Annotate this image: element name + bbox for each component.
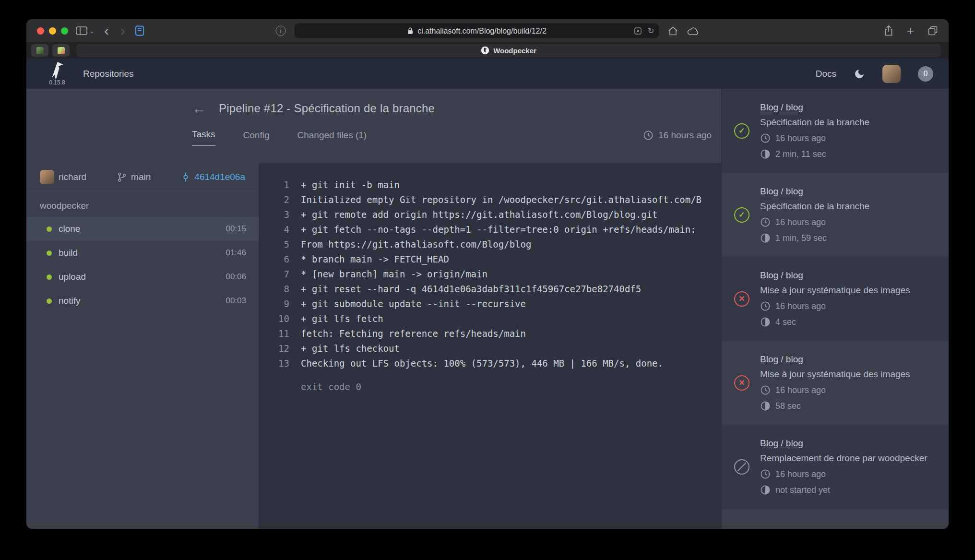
- new-tab-button[interactable]: +: [907, 24, 914, 37]
- log-line: 3 + git remote add origin https://git.at…: [259, 207, 721, 222]
- commit-message: Spécification de la branche: [760, 117, 937, 128]
- branch-name: main: [131, 172, 151, 182]
- notifications-badge[interactable]: 0: [918, 66, 933, 82]
- feed-entry[interactable]: ✓ ✕ Blog / blog Spécification de la bran…: [722, 89, 949, 173]
- commit-message: Mise à jour systématique des images: [760, 285, 937, 296]
- author-name: richard: [59, 172, 86, 182]
- repo-link[interactable]: Blog / blog: [760, 102, 803, 113]
- entry-duration-text: not started yet: [775, 485, 830, 495]
- chevron-down-icon[interactable]: ⌄: [89, 27, 95, 35]
- log-line-number[interactable]: 11: [259, 326, 289, 341]
- repositories-link[interactable]: Repositories: [83, 69, 134, 79]
- log-line-number[interactable]: 7: [259, 267, 289, 282]
- log-line-number[interactable]: 13: [259, 356, 289, 371]
- duration-icon: [760, 485, 771, 495]
- clock-icon: [760, 469, 771, 479]
- pipeline-header: ← Pipeline #12 - Spécification de la bra…: [26, 89, 721, 163]
- close-window-button[interactable]: [37, 27, 44, 35]
- minimize-window-button[interactable]: [49, 27, 56, 35]
- failure-icon: ✕: [734, 375, 749, 391]
- entry-time: 16 hours ago: [760, 385, 937, 395]
- log-line-number[interactable]: 12: [259, 341, 289, 356]
- zoom-window-button[interactable]: [61, 27, 68, 35]
- task-duration: 00:06: [226, 272, 246, 282]
- commit-sha[interactable]: 4614d1e06a: [194, 172, 245, 182]
- address-bar-actions: ↻: [634, 26, 654, 36]
- log-line: 8 + git reset --hard -q 4614d1e06a3dabf3…: [259, 282, 721, 297]
- task-row[interactable]: notify 00:03: [26, 289, 259, 313]
- commit-link[interactable]: 4614d1e06a: [181, 172, 245, 182]
- sidebar-toggle-button[interactable]: ⌄: [76, 26, 95, 36]
- workflow-name: woodpecker: [26, 191, 259, 217]
- pinned-tab-2[interactable]: [52, 44, 70, 57]
- extensions-icon[interactable]: [634, 27, 642, 35]
- share-button[interactable]: [884, 25, 893, 36]
- task-row[interactable]: clone 00:15: [26, 217, 259, 241]
- feed-entry[interactable]: ✓ ✕ Blog / blog Spécification de la bran…: [722, 173, 949, 257]
- task-duration: 00:15: [226, 224, 246, 234]
- duration-icon: [760, 149, 771, 159]
- entry-duration: 1 min, 59 sec: [760, 233, 937, 243]
- navbar-right: Docs 0: [816, 65, 933, 83]
- back-button[interactable]: ‹: [102, 24, 111, 38]
- theme-toggle-moon-icon[interactable]: [854, 68, 865, 80]
- repo-link[interactable]: Blog / blog: [760, 354, 803, 365]
- log-line-number[interactable]: 10: [259, 311, 289, 326]
- feed-entry[interactable]: ✓ ✕ Blog / blog Remplacement de drone pa…: [722, 425, 949, 509]
- feed-entry-body: Blog / blog Mise à jour systématique des…: [760, 270, 937, 327]
- docs-link[interactable]: Docs: [816, 69, 836, 79]
- task-panel: richard main: [26, 163, 259, 529]
- entry-time-text: 16 hours ago: [775, 469, 826, 479]
- feed-entry[interactable]: ✓ ✕ Blog / blog Mise à jour systématique…: [722, 257, 949, 341]
- repo-link[interactable]: Blog / blog: [760, 438, 803, 449]
- log-line-number[interactable]: 9: [259, 297, 289, 311]
- entry-duration-text: 58 sec: [775, 401, 801, 411]
- task-status-dot: [47, 250, 52, 256]
- pipeline-back-button[interactable]: ←: [192, 101, 206, 116]
- page-info-button[interactable]: i: [276, 26, 286, 36]
- entry-time-text: 16 hours ago: [775, 133, 826, 143]
- log-line-text: + git remote add origin https://git.atha…: [289, 207, 658, 222]
- log-line-number[interactable]: 2: [259, 192, 289, 207]
- cloud-tabs-button[interactable]: [687, 26, 700, 35]
- log-line-number[interactable]: 6: [259, 252, 289, 267]
- task-name: clone: [59, 224, 80, 234]
- toolbar-right: +: [884, 24, 938, 37]
- woodpecker-logo[interactable]: 0.15.8: [48, 61, 66, 86]
- tab-changed-files[interactable]: Changed files (1): [297, 130, 367, 146]
- task-row[interactable]: upload 00:06: [26, 265, 259, 289]
- log-line-text: From https://git.athaliasoft.com/Blog/bl…: [289, 237, 531, 252]
- url-text: ci.athaliasoft.com/Blog/blog/build/12/2: [417, 26, 547, 35]
- reload-button[interactable]: ↻: [647, 26, 654, 36]
- pinned-tab-favicon: [58, 47, 65, 54]
- active-tab[interactable]: Woodpecker: [76, 44, 941, 57]
- log-line-number[interactable]: 4: [259, 222, 289, 237]
- log-line-number[interactable]: 1: [259, 178, 289, 192]
- feed-entry[interactable]: ✓ ✕ Blog / blog Mise à jour systématique…: [722, 341, 949, 425]
- tab-tasks[interactable]: Tasks: [192, 129, 215, 146]
- forward-button[interactable]: ›: [119, 24, 127, 38]
- log-line-number[interactable]: 3: [259, 207, 289, 222]
- tab-overview-button[interactable]: [927, 25, 938, 36]
- log-line-text: Initialized empty Git repository in /woo…: [289, 192, 702, 207]
- log-line-number[interactable]: 8: [259, 282, 289, 297]
- success-icon: ✓: [734, 123, 749, 139]
- repo-link[interactable]: Blog / blog: [760, 270, 803, 281]
- page-shortcut-icon[interactable]: [135, 25, 144, 36]
- log-line-number[interactable]: 5: [259, 237, 289, 252]
- address-bar[interactable]: ci.athaliasoft.com/Blog/blog/build/12/2 …: [295, 24, 659, 38]
- pinned-tab-1[interactable]: [31, 44, 48, 57]
- feed-entry[interactable]: ✓ ✕ Blog / blog: [722, 509, 949, 529]
- home-button[interactable]: [668, 26, 678, 36]
- log-line-text: * branch main -> FETCH_HEAD: [289, 252, 449, 267]
- repo-link[interactable]: Blog / blog: [760, 186, 803, 197]
- task-row[interactable]: build 01:46: [26, 241, 259, 265]
- tab-config[interactable]: Config: [243, 130, 270, 146]
- log-panel: 1 + git init -b main 2 Initialized empty…: [259, 163, 721, 529]
- entry-time: 16 hours ago: [760, 469, 937, 479]
- commit-message: Spécification de la branche: [760, 201, 937, 212]
- user-avatar[interactable]: [882, 65, 901, 83]
- log-line-text: fetch: Fetching reference refs/heads/mai…: [289, 326, 526, 341]
- log-line: 5 From https://git.athaliasoft.com/Blog/…: [259, 237, 721, 252]
- feed-entry-body: Blog / blog Spécification de la branche …: [760, 186, 937, 243]
